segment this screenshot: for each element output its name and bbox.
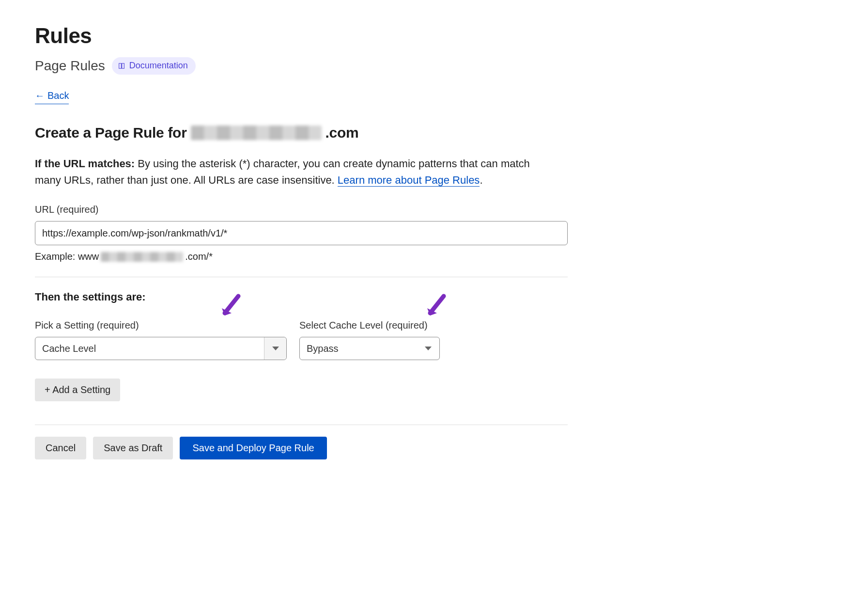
settings-row: Pick a Setting (required) Cache Level Se… xyxy=(35,318,833,360)
intro-period: . xyxy=(480,174,482,186)
caret-box xyxy=(417,337,439,360)
footer-actions: Cancel Save as Draft Save and Deploy Pag… xyxy=(35,437,833,459)
divider xyxy=(35,425,568,425)
url-example: Example: www .com/* xyxy=(35,249,833,264)
cache-level-label: Select Cache Level (required) xyxy=(299,318,440,333)
example-prefix: Example: www xyxy=(35,249,99,264)
form-heading: Create a Page Rule for .com xyxy=(35,122,833,144)
page-title: Rules xyxy=(35,19,833,52)
intro-strong: If the URL matches: xyxy=(35,158,135,170)
back-link[interactable]: ← Back xyxy=(35,88,69,104)
url-input[interactable] xyxy=(35,221,568,245)
cache-level-column: Select Cache Level (required) Bypass xyxy=(299,318,440,360)
pick-setting-column: Pick a Setting (required) Cache Level xyxy=(35,318,287,360)
heading-prefix: Create a Page Rule for xyxy=(35,122,187,144)
url-label: URL (required) xyxy=(35,202,833,217)
cache-level-select[interactable]: Bypass xyxy=(299,337,440,360)
cache-level-value: Bypass xyxy=(300,341,417,356)
arrow-left-icon: ← xyxy=(35,88,45,103)
redacted-domain xyxy=(191,126,322,140)
save-draft-button[interactable]: Save as Draft xyxy=(93,437,173,459)
caret-box xyxy=(264,337,286,360)
heading-suffix: .com xyxy=(326,122,359,144)
chevron-down-icon xyxy=(272,347,279,350)
page-subtitle: Page Rules xyxy=(35,55,105,76)
redacted-example-domain xyxy=(101,252,183,262)
intro-paragraph: If the URL matches: By using the asteris… xyxy=(35,156,558,189)
chevron-down-icon xyxy=(425,347,432,350)
pick-setting-value: Cache Level xyxy=(35,341,264,356)
documentation-label: Documentation xyxy=(129,59,188,73)
documentation-pill[interactable]: Documentation xyxy=(112,57,196,75)
back-label: Back xyxy=(47,88,69,103)
divider xyxy=(35,277,568,277)
pick-setting-label: Pick a Setting (required) xyxy=(35,318,287,333)
add-setting-button[interactable]: + Add a Setting xyxy=(35,379,120,401)
subtitle-row: Page Rules Documentation xyxy=(35,55,833,76)
settings-heading: Then the settings are: xyxy=(35,289,833,305)
book-icon xyxy=(118,62,125,70)
save-deploy-button[interactable]: Save and Deploy Page Rule xyxy=(180,437,326,459)
cancel-button[interactable]: Cancel xyxy=(35,437,86,459)
pick-setting-select[interactable]: Cache Level xyxy=(35,337,287,360)
example-suffix: .com/* xyxy=(185,249,213,264)
learn-more-link[interactable]: Learn more about Page Rules xyxy=(338,174,480,187)
